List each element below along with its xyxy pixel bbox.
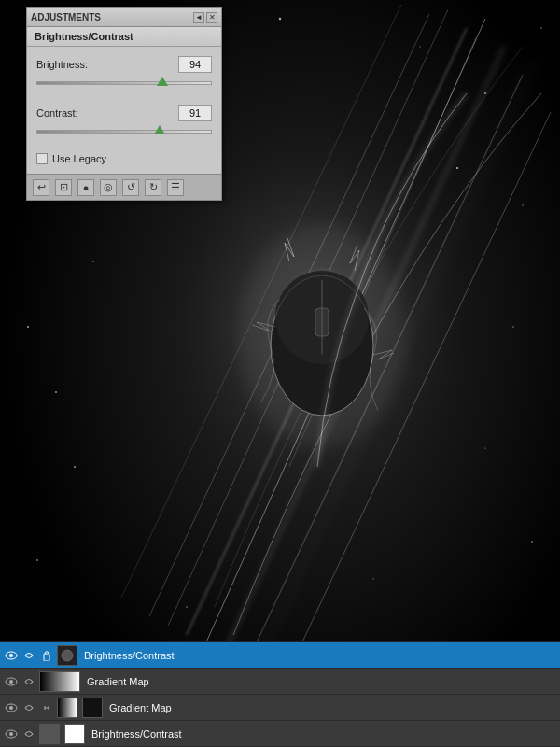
svg-point-5 [484, 92, 486, 94]
layer-name: Gradient Map [105, 702, 556, 713]
panel-content: Brightness: 94 Contrast: 91 Use Legacy [27, 47, 221, 174]
layer-type-icon [21, 674, 36, 689]
brightness-label-row: Brightness: 94 [36, 56, 212, 73]
delete-icon[interactable]: ↻ [145, 179, 161, 196]
brightness-thumb[interactable] [157, 77, 168, 86]
panel-section-title: Brightness/Contrast [27, 27, 221, 47]
use-legacy-checkbox[interactable] [36, 153, 48, 164]
adjustment-type-icon[interactable]: ⊡ [55, 179, 72, 196]
brightness-track-container[interactable] [36, 77, 212, 90]
contrast-slider-row: Contrast: 91 [36, 105, 212, 138]
layer-visibility-icon[interactable] [4, 726, 19, 741]
layer-row[interactable]: Gradient Map [0, 695, 560, 721]
layer-row[interactable]: Brightness/Contrast [0, 721, 560, 747]
svg-point-10 [92, 261, 94, 262]
layer-row[interactable]: Gradient Map [0, 669, 560, 695]
svg-point-17 [186, 606, 187, 607]
contrast-value[interactable]: 91 [178, 105, 212, 121]
svg-point-47 [62, 650, 73, 661]
use-legacy-label: Use Legacy [52, 153, 106, 164]
svg-point-12 [512, 326, 514, 328]
svg-point-13 [74, 466, 76, 468]
layer-type-icon [21, 700, 36, 715]
contrast-thumb[interactable] [154, 125, 165, 134]
svg-point-24 [55, 391, 57, 393]
panel-title: ADJUSTMENTS [31, 12, 101, 22]
svg-point-6 [540, 27, 542, 29]
contrast-label-row: Contrast: 91 [36, 105, 212, 121]
svg-point-44 [9, 654, 13, 657]
layer-type-icon [21, 648, 36, 663]
contrast-label: Contrast: [36, 107, 78, 119]
layer-visibility-icon[interactable] [4, 700, 19, 715]
svg-point-49 [9, 680, 13, 684]
contrast-track-container[interactable] [36, 125, 212, 138]
layer-type-icon [21, 726, 36, 741]
contrast-track[interactable] [36, 130, 212, 134]
panel-controls: ◄ ✕ [193, 12, 217, 23]
layer-row[interactable]: Brightness/Contrast [0, 642, 560, 669]
layer-name: Brightness/Contrast [88, 728, 556, 740]
brightness-label: Brightness: [36, 59, 88, 70]
layer-link-icon [39, 648, 54, 663]
layer-name: Gradient Map [83, 676, 556, 687]
layer-mask [64, 724, 85, 744]
layer-thumbnail [57, 645, 77, 666]
svg-rect-45 [44, 654, 49, 661]
svg-point-53 [9, 732, 13, 736]
svg-point-15 [36, 559, 38, 561]
panel-toolbar: ↩ ⊡ ● ◎ ↺ ↻ ☰ [27, 174, 221, 200]
brightness-value[interactable]: 94 [178, 56, 212, 73]
svg-point-3 [279, 18, 281, 20]
panel-titlebar: ADJUSTMENTS ◄ ✕ [27, 8, 221, 27]
menu-icon[interactable]: ☰ [167, 179, 184, 196]
clip-icon[interactable]: ● [77, 179, 94, 196]
layer-name: Brightness/Contrast [80, 650, 556, 661]
svg-point-4 [419, 46, 420, 47]
layers-panel: Brightness/Contrast Gradient Map [0, 641, 560, 747]
svg-point-8 [456, 167, 458, 169]
panel-close-button[interactable]: ✕ [206, 12, 217, 23]
use-legacy-row: Use Legacy [36, 153, 212, 164]
svg-point-9 [522, 204, 523, 205]
layer-visibility-icon[interactable] [4, 674, 19, 689]
svg-point-11 [27, 326, 29, 328]
layer-thumbnail [39, 724, 60, 744]
svg-point-14 [484, 447, 485, 448]
svg-point-51 [9, 706, 13, 710]
undo-icon[interactable]: ↩ [33, 179, 49, 196]
layer-mask [82, 698, 103, 718]
brightness-track[interactable] [36, 81, 212, 85]
collapse-arrow-icon: ◄ [195, 13, 203, 21]
visibility-icon[interactable]: ◎ [100, 179, 117, 196]
layer-thumbnail [57, 698, 77, 718]
reset-icon[interactable]: ↺ [122, 179, 139, 196]
panel-collapse-button[interactable]: ◄ [193, 12, 204, 23]
layer-visibility-icon[interactable] [4, 648, 19, 663]
brightness-slider-row: Brightness: 94 [36, 56, 212, 90]
svg-point-16 [531, 541, 533, 543]
svg-point-23 [372, 578, 373, 579]
adjustments-panel: ADJUSTMENTS ◄ ✕ Brightness/Contrast Brig… [26, 7, 222, 201]
layer-chain-icon [39, 700, 54, 715]
close-icon: ✕ [209, 13, 216, 21]
layer-thumbnail [39, 671, 80, 692]
